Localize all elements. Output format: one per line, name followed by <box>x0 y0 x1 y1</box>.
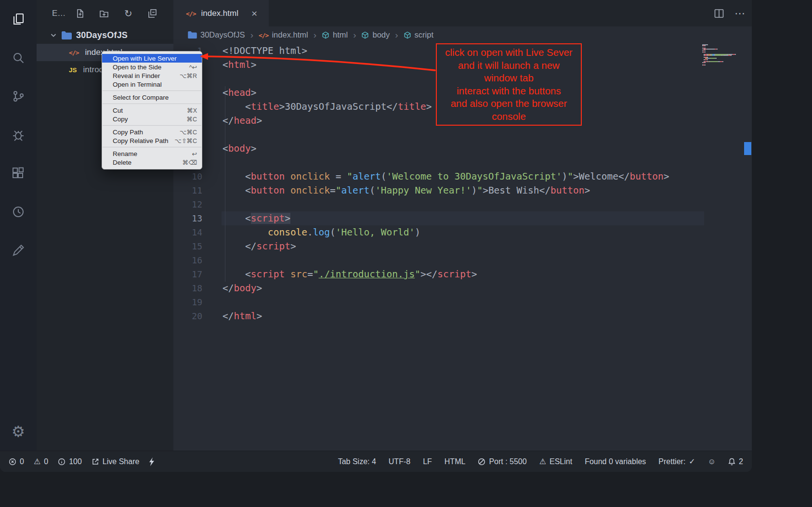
code-line-7[interactable]: 7 <box>173 128 752 142</box>
code-text: <button onclick="alert('Happy New Year!'… <box>202 183 590 197</box>
code-text: <!DOCTYPE html> <box>202 44 307 58</box>
activity-run-debug-button[interactable] <box>0 116 37 154</box>
annotation-box: click on open with Live Severand it will… <box>436 43 582 126</box>
status-label: Prettier: <box>658 457 685 466</box>
status-live-share-live-share[interactable]: Live Share <box>92 457 140 466</box>
menu-item-open-with-live-server[interactable]: Open with Live Server <box>102 54 202 63</box>
status-label: ESLint <box>550 457 572 466</box>
token: 'Happy New Year!' <box>375 185 471 196</box>
activity-extensions-button[interactable] <box>0 154 37 193</box>
new-folder-button[interactable] <box>98 8 110 19</box>
code-line-20[interactable]: 20</html> <box>173 309 752 323</box>
token: = <box>330 185 336 196</box>
token: < <box>223 87 228 98</box>
code-line-13[interactable]: 13 <script> <box>173 211 752 225</box>
refresh-button[interactable]: ↻ <box>122 8 134 19</box>
new-file-button[interactable] <box>74 8 86 19</box>
folder-row-30daysofjs[interactable]: 30DaysOfJS <box>37 26 173 44</box>
symbol-icon <box>361 31 369 39</box>
menu-item-rename[interactable]: Rename↩ <box>102 149 202 158</box>
menu-item-copy[interactable]: Copy⌘C <box>102 115 202 123</box>
chevron-right-icon: › <box>314 30 316 40</box>
code-line-11[interactable]: 11 <button onclick="alert('Happy New Yea… <box>173 183 752 197</box>
menu-item-open-in-terminal[interactable]: Open in Terminal <box>102 80 202 89</box>
status-circle-slash-port-5500[interactable]: Port : 5500 <box>478 457 526 466</box>
line-number: 16 <box>173 253 202 267</box>
status-info-100[interactable]: 100 <box>58 457 82 466</box>
collapse-all-button[interactable] <box>146 8 158 19</box>
status-warning-eslint[interactable]: ⚠ESLint <box>539 457 572 466</box>
code-text: <script src="./introduction.js"></script… <box>202 267 477 281</box>
menu-item-select-for-compare[interactable]: Select for Compare <box>102 93 202 102</box>
code-line-18[interactable]: 18</body> <box>173 281 752 295</box>
breadcrumb-html[interactable]: html <box>322 30 348 39</box>
split-editor-icon[interactable] <box>713 8 725 19</box>
token: > <box>256 311 262 322</box>
code-text: </html> <box>202 309 262 323</box>
minimap-token <box>722 61 723 62</box>
status-bolt[interactable] <box>149 457 155 466</box>
token: " <box>336 185 341 196</box>
token: >Best Wish <box>483 185 539 196</box>
scrollbar-marker[interactable] <box>744 142 751 155</box>
status-lf[interactable]: LF <box>423 457 432 466</box>
activity-search-button[interactable] <box>0 39 37 77</box>
close-icon[interactable]: × <box>251 8 257 18</box>
minimap[interactable] <box>702 44 744 65</box>
breadcrumb-index-html[interactable]: </>index.html <box>259 30 308 39</box>
tab-index-html[interactable]: </> index.html × <box>173 0 269 26</box>
breadcrumb-body[interactable]: body <box>361 30 390 39</box>
menu-item-open-to-the-side[interactable]: Open to the Side^↩ <box>102 63 202 71</box>
token: ) <box>471 185 477 196</box>
annotation-text: window tab <box>437 72 581 85</box>
code-line-9[interactable]: 9 <box>173 156 752 169</box>
breadcrumb-30daysofjs[interactable]: 30DaysOfJS <box>188 30 245 39</box>
status-html[interactable]: HTML <box>445 457 466 466</box>
token: > <box>251 59 257 70</box>
activity-edit-session-button[interactable] <box>0 231 37 270</box>
code-line-17[interactable]: 17 <script src="./introduction.js"></scr… <box>173 267 752 281</box>
activity-settings-gear-button[interactable]: ⚙ <box>0 412 37 451</box>
activity-source-control-button[interactable] <box>0 77 37 116</box>
line-number: 18 <box>173 281 202 295</box>
activity-explorer-button[interactable] <box>0 0 37 39</box>
code-line-12[interactable]: 12 <box>173 197 752 211</box>
more-actions-icon[interactable]: ⋯ <box>734 8 745 19</box>
token: body <box>234 283 256 294</box>
activity-history-button[interactable] <box>0 193 37 231</box>
token: </ <box>426 269 437 280</box>
breadcrumb-label: script <box>415 30 433 39</box>
code-line-10[interactable]: 10 <button onclick = "alert('Welcome to … <box>173 169 752 183</box>
code-line-14[interactable]: 14 console.log('Hello, World') <box>173 225 752 239</box>
status-error-0[interactable]: 0 <box>9 457 24 466</box>
code-text: <script> <box>202 211 290 225</box>
token: onclick <box>290 185 330 196</box>
menu-item-delete[interactable]: Delete⌘⌫ <box>102 158 202 167</box>
status-prettier[interactable]: Prettier:✓ <box>658 457 695 466</box>
status-bell-2[interactable]: 2 <box>728 457 743 466</box>
token <box>285 185 290 196</box>
smiley-icon: ☺ <box>708 458 716 466</box>
code-line-16[interactable]: 16 <box>173 253 752 267</box>
status-found-0-variables[interactable]: Found 0 variables <box>585 457 646 466</box>
breadcrumb-label: index.html <box>272 30 308 39</box>
menu-item-reveal-in-finder[interactable]: Reveal in Finder⌥⌘R <box>102 71 202 80</box>
breadcrumb-script[interactable]: script <box>404 30 433 39</box>
live-share-icon <box>92 458 99 466</box>
menu-item-label: Select for Compare <box>113 94 169 101</box>
menu-item-cut[interactable]: Cut⌘X <box>102 106 202 115</box>
status-warning-0[interactable]: ⚠0 <box>34 457 48 466</box>
code-line-19[interactable]: 19 <box>173 295 752 309</box>
menu-item-copy-path[interactable]: Copy Path⌥⌘C <box>102 128 202 136</box>
menu-item-copy-relative-path[interactable]: Copy Relative Path⌥⇧⌘C <box>102 136 202 145</box>
circle-slash-icon <box>478 458 485 466</box>
code-line-15[interactable]: 15 </script> <box>173 239 752 253</box>
status-tab-size-4[interactable]: Tab Size: 4 <box>338 457 376 466</box>
token: alert <box>353 171 381 182</box>
explorer-icon <box>11 12 26 26</box>
status-utf-8[interactable]: UTF-8 <box>389 457 410 466</box>
activity-bar: ⚙ <box>0 0 37 451</box>
token: script <box>256 241 290 252</box>
status-smiley[interactable]: ☺ <box>708 458 716 466</box>
code-line-8[interactable]: 8<body> <box>173 142 752 156</box>
